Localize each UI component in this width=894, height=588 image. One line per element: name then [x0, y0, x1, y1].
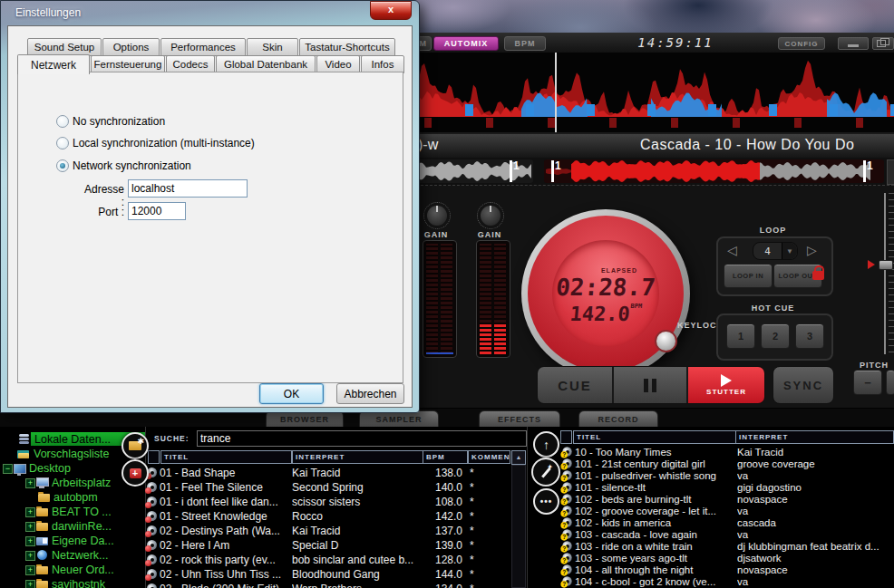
hot-cue-2-button[interactable]: 2: [761, 323, 790, 349]
network-icon: [36, 550, 49, 561]
sidebar-item-autobpm[interactable]: autobpm: [0, 490, 145, 505]
gain-knob[interactable]: [423, 202, 451, 229]
expand-icon[interactable]: +: [25, 507, 35, 517]
cue-button[interactable]: CUE: [538, 367, 612, 403]
cd-icon: ?: [562, 458, 571, 468]
interpret-column-header[interactable]: INTERPRET: [735, 430, 894, 444]
sidebar-item-beat-to[interactable]: + BEAT TO ...: [0, 505, 145, 519]
cancel-button[interactable]: Abbrechen: [336, 383, 404, 404]
sidebar-item-neuer-ordner[interactable]: + Neuer Ord...: [0, 563, 145, 577]
sync-button[interactable]: SYNC: [773, 366, 834, 404]
jog-wheel[interactable]: ELAPSED 02:28.7 142.0BPM: [521, 209, 690, 378]
cd-icon: ?: [562, 553, 571, 562]
titel-column-header[interactable]: TITEL: [573, 430, 737, 444]
scrollbar-up-button[interactable]: ▲: [511, 450, 526, 465]
pitch-minus-button[interactable]: −: [853, 370, 882, 395]
bpm-unit: BPM: [630, 303, 642, 310]
playhead-line: [555, 53, 557, 132]
play-icon: [721, 374, 732, 387]
loop-half-button[interactable]: ◁: [727, 242, 737, 258]
sidebar-item-eigene-dateien[interactable]: + Eigene Da...: [0, 534, 145, 548]
vu-meter-left: [423, 240, 457, 358]
config-button[interactable]: CONFIG: [778, 37, 825, 50]
tab-effects[interactable]: EFFECTS: [479, 410, 560, 428]
titel-column-header[interactable]: TITEL: [160, 450, 292, 464]
up-arrow-icon: ↑: [543, 438, 549, 452]
collapse-icon[interactable]: −: [3, 464, 13, 474]
cue-marker: 1: [551, 160, 561, 182]
folder-icon: [36, 579, 49, 588]
close-button[interactable]: x: [370, 1, 412, 20]
pitch-plus-button-partial[interactable]: [886, 370, 894, 395]
folder-icon: [36, 506, 49, 517]
gain-knob[interactable]: [477, 202, 504, 229]
tab-record[interactable]: RECORD: [578, 410, 658, 428]
adresse-field[interactable]: [128, 179, 248, 198]
expand-icon[interactable]: +: [25, 536, 35, 546]
restore-button[interactable]: [872, 37, 894, 50]
cd-icon: [147, 540, 157, 550]
add-folder-button[interactable]: +: [121, 459, 149, 487]
cd-icon: [147, 511, 157, 521]
tab-codecs[interactable]: Codecs: [166, 55, 215, 73]
pitch-slider-handle[interactable]: [879, 260, 893, 270]
tab-infos[interactable]: Infos: [361, 55, 404, 73]
hot-cue-3-button[interactable]: 3: [795, 323, 824, 349]
loop-length-select[interactable]: 4 ▼: [753, 242, 798, 260]
loop-in-button[interactable]: LOOP IN: [724, 264, 773, 288]
ribbon-end-button[interactable]: [887, 159, 894, 185]
tab-skin[interactable]: Skin: [247, 38, 298, 56]
move-up-button[interactable]: ↑: [533, 431, 559, 458]
cd-icon: [147, 482, 157, 492]
screen: M AUTOMIX BPM 14:59:11 CONFIG )-w Cascad…: [0, 0, 894, 588]
expand-icon[interactable]: +: [25, 478, 35, 488]
gain-label: GAIN: [476, 230, 503, 239]
tab-video[interactable]: Video: [316, 55, 360, 73]
sidebar-item-netzwerk[interactable]: + Netzwerk...: [0, 548, 145, 563]
search-input[interactable]: [197, 430, 527, 447]
right-deck-position-ribbon[interactable]: 1 1: [544, 159, 884, 183]
automix-button[interactable]: AUTOMIX: [433, 36, 499, 51]
keylock-button[interactable]: [655, 330, 677, 352]
hot-cue-1-button[interactable]: 1: [726, 323, 755, 349]
tab-global-datenbank[interactable]: Global Datenbank: [216, 55, 316, 73]
expand-icon[interactable]: +: [25, 580, 35, 588]
pitch-slider[interactable]: [884, 193, 886, 354]
chevron-down-icon[interactable]: ▼: [782, 243, 797, 259]
interpret-column-header[interactable]: INTERPRET: [292, 450, 423, 464]
tab-options[interactable]: Options: [102, 38, 160, 56]
cd-icon: ?: [562, 541, 571, 550]
kommentar-column-header[interactable]: KOMMEN: [468, 450, 510, 464]
tab-performances[interactable]: Performances: [160, 38, 246, 56]
favorite-folder-button[interactable]: ✱: [121, 432, 149, 459]
expand-icon[interactable]: +: [25, 565, 35, 575]
sidebar-item-darwiinre[interactable]: + darwiinRe...: [0, 519, 145, 534]
pause-button[interactable]: [614, 367, 686, 403]
cd-icon: ?: [562, 529, 571, 538]
stutter-play-button[interactable]: STUTTER: [688, 367, 764, 403]
select-column-header[interactable]: [560, 430, 572, 444]
expand-icon[interactable]: +: [25, 551, 35, 561]
tab-sound-setup[interactable]: Sound Setup: [27, 38, 102, 56]
select-column-header[interactable]: [148, 450, 160, 464]
scrollbar-track[interactable]: [511, 465, 526, 588]
tab-fernsteuerung[interactable]: Fernsteuerung: [91, 55, 165, 73]
cd-icon: [147, 496, 157, 506]
tab-netzwerk[interactable]: Netzwerk: [17, 54, 90, 74]
dialog-title: Einstellungen: [15, 6, 81, 19]
expand-icon[interactable]: +: [25, 522, 35, 532]
ok-button[interactable]: OK: [259, 383, 324, 404]
bpm-column-header[interactable]: BPM: [423, 450, 468, 464]
bpm-button[interactable]: BPM: [504, 36, 546, 51]
desktop-icon: [14, 463, 26, 474]
smart-lock-icon[interactable]: [812, 271, 824, 280]
more-options-button[interactable]: •••: [533, 488, 559, 515]
close-icon: x: [388, 4, 394, 14]
cd-icon: ?: [562, 470, 571, 479]
automix-wand-button[interactable]: ✦: [531, 458, 560, 487]
minimize-button[interactable]: [838, 37, 869, 50]
tab-tastatur-shortcuts[interactable]: Tastatur-Shortcuts: [299, 38, 395, 56]
sidebar-item-savihostnk[interactable]: + savihostnk: [0, 577, 145, 588]
loop-double-button[interactable]: ▷: [807, 242, 817, 258]
port-field[interactable]: [128, 202, 186, 220]
